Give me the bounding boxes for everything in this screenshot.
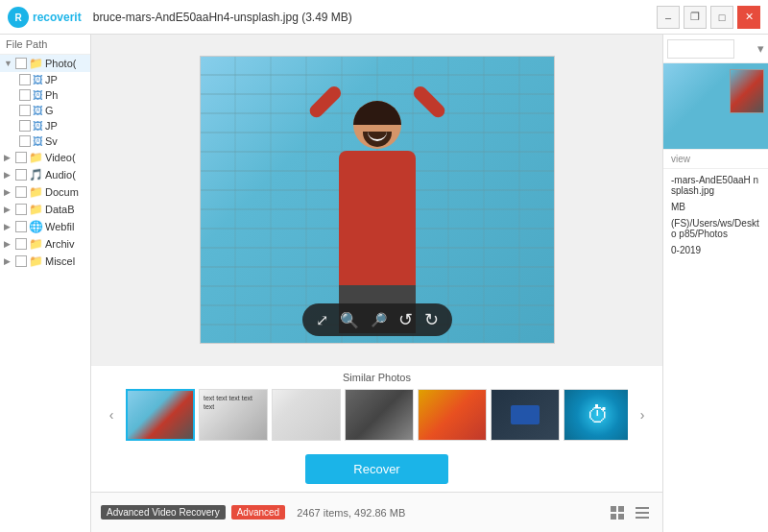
sidebar-item-docs[interactable]: ▶ 📁 Docum (0, 183, 90, 201)
similar-photos-section: Similar Photos ‹ text text text text tex… (91, 365, 662, 447)
minimize-button[interactable]: – (657, 6, 680, 29)
preview-area: ⤢ 🔍 🔎 ↺ ↻ (91, 35, 662, 365)
app-logo: R recoverit (8, 7, 82, 28)
folder-icon-web: 🌐 (29, 220, 43, 233)
sidebar-item-photos[interactable]: ▼ 📁 Photo( (0, 55, 90, 72)
sidebar-item-misc[interactable]: ▶ 📁 Miscel (0, 253, 90, 270)
zoom-in-icon[interactable]: 🔍 (340, 311, 359, 329)
similar-photos-title: Similar Photos (101, 372, 653, 383)
web-checkbox[interactable] (15, 221, 27, 232)
svg-rect-8 (636, 517, 649, 519)
sidebar-misc-label: Miscel (45, 255, 75, 267)
advanced-video-recovery-badge[interactable]: Advanced Video Recovery (101, 505, 226, 520)
thumbnail-4[interactable] (345, 389, 414, 441)
sidebar-audio-label: Audio( (45, 169, 76, 181)
next-arrow[interactable]: › (632, 404, 653, 425)
thumbnail-7[interactable]: ⏱ (564, 389, 628, 441)
sidebar-item-jp1[interactable]: 🖼 JP (0, 72, 90, 87)
svg-rect-3 (618, 506, 624, 512)
rotate-left-icon[interactable]: ↺ (398, 309, 413, 330)
fit-screen-icon[interactable]: ⤢ (316, 311, 328, 329)
sidebar-item-audio[interactable]: ▶ 🎵 Audio( (0, 166, 90, 183)
restore-button[interactable]: ❐ (684, 6, 707, 29)
right-panel-info: -mars-AndE50aaH nsplash.jpg MB (FS)/User… (663, 169, 768, 532)
person-hair (353, 101, 401, 125)
svg-rect-7 (636, 512, 649, 514)
person-head (353, 101, 401, 149)
sidebar-header: File Path (0, 35, 90, 55)
thumbnail-2[interactable]: text text text text text (199, 389, 268, 441)
folder-icon-docs: 📁 (29, 185, 43, 199)
docs-arrow: ▶ (4, 187, 13, 197)
sidebar-archive-label: Archiv (45, 238, 75, 250)
misc-checkbox[interactable] (15, 255, 27, 267)
sidebar-ph-label: Ph (45, 89, 58, 101)
sidebar-item-g[interactable]: 🖼 G (0, 103, 90, 118)
svg-rect-2 (611, 506, 616, 512)
sidebar-sv-label: Sv (45, 135, 58, 147)
prev-arrow[interactable]: ‹ (101, 404, 122, 425)
status-text: 2467 items, 492.86 MB (297, 507, 405, 519)
misc-arrow: ▶ (4, 256, 13, 266)
similar-photos-strip: ‹ text text text text text (101, 389, 653, 441)
g-checkbox[interactable] (19, 105, 31, 116)
audio-checkbox[interactable] (15, 169, 27, 181)
thumbnail-3[interactable] (272, 389, 341, 441)
list-view-button[interactable] (632, 502, 653, 523)
db-checkbox[interactable] (15, 204, 27, 215)
sidebar-g-label: G (45, 105, 54, 116)
view-controls (607, 502, 653, 523)
recover-button-main[interactable]: Recover (305, 454, 447, 484)
sidebar-item-ph[interactable]: 🖼 Ph (0, 87, 90, 103)
sidebar-photos-label: Photo( (45, 58, 76, 69)
thumbnail-6[interactable] (491, 389, 560, 441)
path-row: (FS)/Users/ws/Deskto p85/Photos (671, 218, 760, 239)
jp1-checkbox[interactable] (19, 74, 31, 85)
sv-checkbox[interactable] (19, 135, 31, 147)
sidebar-video-label: Video( (45, 152, 76, 163)
sidebar-item-jp2[interactable]: 🖼 JP (0, 118, 90, 133)
advanced-badge: Advanced (231, 505, 285, 520)
archive-checkbox[interactable] (15, 238, 27, 250)
sidebar-item-web[interactable]: ▶ 🌐 Webfil (0, 218, 90, 235)
sidebar-item-db[interactable]: ▶ 📁 DataB (0, 201, 90, 218)
svg-text:R: R (14, 12, 22, 23)
person-body (339, 151, 416, 285)
rotate-right-icon[interactable]: ↻ (424, 309, 439, 330)
size-value: MB (671, 202, 760, 212)
folder-icon-video: 📁 (29, 151, 43, 164)
jp2-checkbox[interactable] (19, 120, 31, 132)
folder-icon: 📁 (29, 57, 43, 70)
docs-checkbox[interactable] (15, 186, 27, 198)
sidebar-item-sv[interactable]: 🖼 Sv (0, 133, 90, 149)
maximize-button[interactable]: □ (710, 6, 733, 29)
preview-image-container: ⤢ 🔍 🔎 ↺ ↻ (200, 56, 555, 344)
date-row: 0-2019 (671, 245, 760, 255)
zoom-out-icon[interactable]: 🔎 (371, 312, 387, 327)
grid-view-button[interactable] (607, 502, 628, 523)
svg-rect-5 (618, 514, 624, 520)
folder-icon-db: 📁 (29, 203, 43, 216)
sidebar-web-label: Webfil (45, 221, 74, 232)
size-row: MB (671, 202, 760, 212)
filter-icon[interactable]: ▾ (757, 41, 764, 56)
path-value: (FS)/Users/ws/Deskto p85/Photos (671, 218, 760, 239)
sidebar-item-archive[interactable]: ▶ 📁 Archiv (0, 235, 90, 253)
sidebar-item-video[interactable]: ▶ 📁 Video( (0, 149, 90, 166)
window-title: bruce-mars-AndE50aaHn4-unsplash.jpg (3.4… (93, 11, 657, 24)
search-input[interactable] (667, 39, 734, 59)
thumbnail-1[interactable] (126, 389, 195, 441)
thumbnail-5[interactable] (418, 389, 487, 441)
file-icon-g: 🖼 (33, 105, 43, 116)
ph-checkbox[interactable] (19, 89, 31, 101)
svg-rect-6 (636, 507, 649, 509)
sidebar-jp1-label: JP (45, 74, 58, 85)
close-button[interactable]: ✕ (737, 6, 760, 29)
archive-arrow: ▶ (4, 239, 13, 249)
video-checkbox[interactable] (15, 152, 27, 163)
photos-checkbox[interactable] (15, 58, 27, 69)
filename-value: -mars-AndE50aaH nsplash.jpg (671, 175, 760, 196)
app-name-label: recoverit (33, 11, 82, 24)
web-arrow: ▶ (4, 222, 13, 231)
sidebar-jp2-label: JP (45, 120, 58, 132)
